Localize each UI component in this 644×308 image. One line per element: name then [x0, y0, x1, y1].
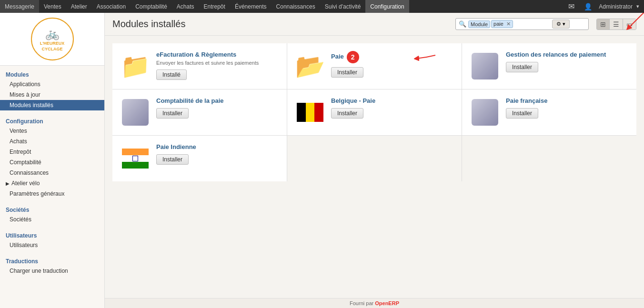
folder-icon-paie: 📂 [295, 54, 325, 78]
search-input[interactable] [514, 21, 552, 28]
btn-installer-paie[interactable]: Installer [331, 67, 363, 78]
flag-black [297, 103, 306, 122]
sidebar: 🚲 L'HEUREUX CYCLAGE Modules Applications… [0, 13, 105, 308]
module-name-belgique: Belgique - Paie [331, 97, 454, 104]
sidebar-item-connaissances[interactable]: Connaissances [0, 168, 104, 178]
module-name-paie-indienne: Paie Indienne [156, 143, 279, 150]
view-btn-grid[interactable]: ⊞ [597, 19, 610, 30]
nav-achats[interactable]: Achats [172, 0, 199, 13]
search-bar[interactable]: 🔍 Module paie ✕ ⚙ ▾ [455, 18, 589, 30]
module-card-paie-indienne: Paie Indienne Installer [112, 136, 287, 181]
nav-comptabilite[interactable]: Comptabilité [131, 0, 172, 13]
search-tag-remove[interactable]: ✕ [506, 21, 511, 27]
btn-installer-belgique[interactable]: Installer [331, 108, 363, 119]
nav-atelier[interactable]: Atelier [66, 0, 92, 13]
sidebar-logo: 🚲 L'HEUREUX CYCLAGE [0, 13, 104, 66]
sidebar-item-achats[interactable]: Achats [0, 136, 104, 147]
sidebar-item-atelier-velo[interactable]: ▶ Atelier vélo [0, 178, 104, 189]
view-btn-list[interactable]: ☰ [610, 19, 623, 30]
sidebar-item-charger-traduction[interactable]: Charger une traduction [0, 266, 104, 276]
module-name-paie: Paie [331, 53, 344, 60]
modules-row-2: Paie Indienne Installer [112, 136, 636, 181]
user-name[interactable]: Administrator [599, 3, 633, 10]
module-card-paie-francaise: Paie française Installer [462, 89, 636, 135]
folder-open-icon: 📁 [121, 54, 150, 78]
flag-saffron [122, 149, 149, 155]
module-info-paie-francaise: Paie française Installer [506, 97, 629, 119]
module-info-paie: Paie 2 [331, 51, 454, 78]
logo-inner: 🚲 L'HEUREUX CYCLAGE [40, 26, 65, 52]
module-info-efacturation: eFacturation & Règlements Envoyer les fa… [156, 51, 279, 80]
search-tag-paie: paie ✕ [491, 20, 513, 28]
module-icon-paie-francaise [470, 97, 500, 128]
module-icon-paie-indienne [120, 143, 151, 174]
sidebar-item-applications[interactable]: Applications [0, 79, 104, 89]
btn-installe-efacturation: Installé [156, 70, 187, 80]
search-dropdown-arrow: ▾ [563, 21, 565, 27]
sidebar-item-entrepot[interactable]: Entrepôt [0, 147, 104, 157]
btn-installer-paie-indienne[interactable]: Installer [156, 154, 189, 165]
module-grid: 📁 eFacturation & Règlements Envoyer les … [105, 36, 644, 298]
module-desc-efacturation: Envoyer les factures et suivre les paiem… [156, 60, 279, 66]
flag-white [122, 155, 149, 162]
btn-installer-compta-paie[interactable]: Installer [156, 108, 189, 119]
module-name-efacturation: eFacturation & Règlements [156, 51, 279, 58]
user-icon[interactable]: 👤 [581, 2, 595, 11]
nav-connaissances[interactable]: Connaissances [272, 0, 320, 13]
nav-ventes[interactable]: Ventes [39, 0, 66, 13]
nav-evenements[interactable]: Événements [230, 0, 272, 13]
user-dropdown-icon[interactable]: ▾ [636, 3, 639, 10]
sidebar-item-ventes[interactable]: Ventes [0, 126, 104, 136]
module-icon-efacturation: 📁 [120, 51, 151, 81]
module-name-compta-paie: Comptabilité de la paie [156, 97, 279, 104]
indian-flag-icon [122, 149, 149, 169]
section-title-modules: Modules [0, 70, 104, 79]
module-card-belgique: Belgique - Paie Installer [287, 89, 462, 135]
btn-installer-paie-francaise[interactable]: Installer [506, 108, 538, 119]
layout: 🚲 L'HEUREUX CYCLAGE Modules Applications… [0, 13, 644, 308]
sidebar-item-societes[interactable]: Sociétés [0, 214, 104, 225]
module-icon-paie: 📂 [295, 51, 325, 81]
mail-icon[interactable]: ✉ [565, 1, 577, 12]
modules-row-1: Comptabilité de la paie Installer [112, 89, 636, 136]
module-info-paie-indienne: Paie Indienne Installer [156, 143, 279, 165]
search-dropdown-btn[interactable]: ⚙ ▾ [552, 20, 570, 29]
sidebar-section-configuration: Configuration Ventes Achats Entrepôt Com… [0, 112, 104, 201]
header-right: 🔍 Module paie ✕ ⚙ ▾ [455, 18, 636, 30]
module-card-empty-2 [462, 136, 636, 181]
page-title: Modules installés [112, 19, 185, 30]
sidebar-item-parametres[interactable]: Paramètres généraux [0, 189, 104, 199]
btn-installer-relances[interactable]: Installer [506, 62, 538, 72]
annotation-2-arrow [414, 53, 438, 62]
section-title-traductions: Traductions [0, 256, 104, 266]
flag-chakra [132, 156, 138, 161]
search-dropdown-icon: ⚙ [556, 21, 561, 27]
sidebar-item-utilisateurs[interactable]: Utilisateurs [0, 240, 104, 250]
sidebar-item-mises-a-jour[interactable]: Mises à jour [0, 89, 104, 100]
section-title-utilisateurs: Utilisateurs [0, 230, 104, 240]
nav-suivi[interactable]: Suivi d'activité [320, 0, 366, 13]
module-card-efacturation: 📁 eFacturation & Règlements Envoyer les … [112, 43, 287, 89]
module-card-paie: 📂 Paie 2 [287, 43, 462, 89]
module-info-relances: Gestion des relances de paiement Install… [506, 51, 629, 72]
module-info-compta-paie: Comptabilité de la paie Installer [156, 97, 279, 119]
footer-openerp-link[interactable]: OpenERP [375, 300, 399, 306]
sidebar-section-modules: Modules Applications Mises à jour Module… [0, 66, 104, 112]
nav-association[interactable]: Association [92, 0, 131, 13]
main-content: Modules installés 🔍 Module paie ✕ [105, 13, 644, 308]
nav-configuration[interactable]: Configuration [365, 0, 409, 13]
sidebar-item-comptabilite[interactable]: Comptabilité [0, 157, 104, 168]
sidebar-section-utilisateurs: Utilisateurs Utilisateurs [0, 227, 104, 252]
section-title-configuration: Configuration [0, 116, 104, 126]
box-icon-compta-paie [122, 99, 149, 126]
modules-row-0: 📁 eFacturation & Règlements Envoyer les … [112, 43, 636, 89]
module-icon-belgique [295, 97, 325, 128]
nav-messagerie[interactable]: Messagerie [0, 0, 39, 13]
box-icon-relances [472, 53, 498, 79]
nav-entrepot[interactable]: Entrepôt [199, 0, 230, 13]
main-header: Modules installés 🔍 Module paie ✕ [105, 13, 644, 36]
module-info-belgique: Belgique - Paie Installer [331, 97, 454, 119]
logo-circle: 🚲 L'HEUREUX CYCLAGE [31, 18, 74, 60]
belgian-flag-icon [297, 103, 323, 122]
sidebar-item-modules-installes[interactable]: Modules installés [0, 100, 104, 110]
